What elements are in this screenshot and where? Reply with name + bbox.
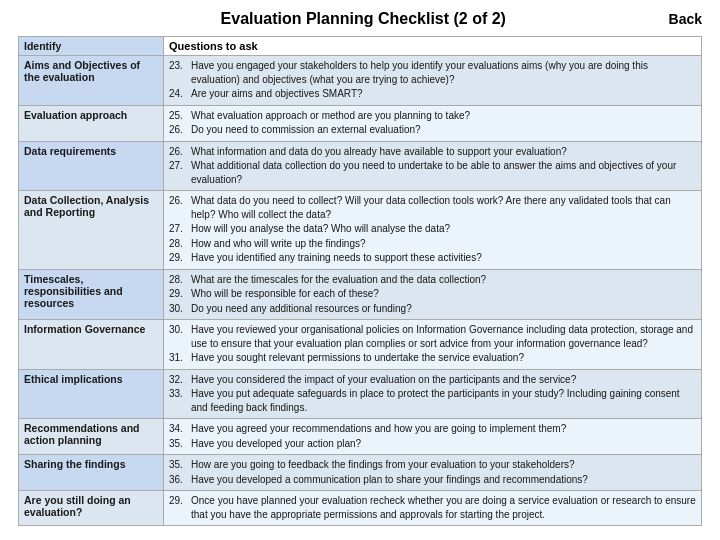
question-text: Have you developed a communication plan … xyxy=(191,473,696,487)
questions-cell: 35.How are you going to feedback the fin… xyxy=(164,455,702,491)
question-number: 28. xyxy=(169,237,191,251)
questions-cell: 28.What are the timescales for the evalu… xyxy=(164,269,702,320)
identify-cell: Timescales, responsibilities and resourc… xyxy=(19,269,164,320)
questions-cell: 26.What data do you need to collect? Wil… xyxy=(164,191,702,270)
questions-cell: 34.Have you agreed your recommendations … xyxy=(164,419,702,455)
question-line: 28.How and who will write up the finding… xyxy=(169,237,696,251)
back-button[interactable]: Back xyxy=(669,11,702,27)
question-line: 36.Have you developed a communication pl… xyxy=(169,473,696,487)
question-text: Have you identified any training needs t… xyxy=(191,251,696,265)
identify-cell: Aims and Objectives of the evaluation xyxy=(19,56,164,106)
question-number: 25. xyxy=(169,109,191,123)
question-text: Have you engaged your stakeholders to he… xyxy=(191,59,696,86)
question-text: Have you put adequate safeguards in plac… xyxy=(191,387,696,414)
questions-cell: 25.What evaluation approach or method ar… xyxy=(164,105,702,141)
question-text: What additional data collection do you n… xyxy=(191,159,696,186)
question-line: 27.What additional data collection do yo… xyxy=(169,159,696,186)
question-number: 26. xyxy=(169,123,191,137)
question-line: 35.Have you developed your action plan? xyxy=(169,437,696,451)
col-identify-header: Identify xyxy=(19,37,164,56)
question-number: 24. xyxy=(169,87,191,101)
identify-cell: Data requirements xyxy=(19,141,164,191)
question-line: 35.How are you going to feedback the fin… xyxy=(169,458,696,472)
question-number: 29. xyxy=(169,287,191,301)
question-number: 35. xyxy=(169,437,191,451)
col-questions-header: Questions to ask xyxy=(164,37,702,56)
question-text: Are your aims and objectives SMART? xyxy=(191,87,696,101)
question-number: 26. xyxy=(169,145,191,159)
question-line: 26.What information and data do you alre… xyxy=(169,145,696,159)
question-number: 23. xyxy=(169,59,191,86)
question-number: 36. xyxy=(169,473,191,487)
checklist-table: Identify Questions to ask Aims and Objec… xyxy=(18,36,702,526)
question-line: 29.Once you have planned your evaluation… xyxy=(169,494,696,521)
question-number: 32. xyxy=(169,373,191,387)
question-text: How will you analyse the data? Who will … xyxy=(191,222,696,236)
question-number: 28. xyxy=(169,273,191,287)
identify-cell: Are you still doing an evaluation? xyxy=(19,491,164,526)
question-text: Who will be responsible for each of thes… xyxy=(191,287,696,301)
question-text: Do you need to commission an external ev… xyxy=(191,123,696,137)
questions-cell: 29.Once you have planned your evaluation… xyxy=(164,491,702,526)
question-line: 30.Do you need any additional resources … xyxy=(169,302,696,316)
questions-cell: 26.What information and data do you alre… xyxy=(164,141,702,191)
question-number: 33. xyxy=(169,387,191,414)
question-line: 29.Have you identified any training need… xyxy=(169,251,696,265)
question-text: What data do you need to collect? Will y… xyxy=(191,194,696,221)
questions-cell: 23.Have you engaged your stakeholders to… xyxy=(164,56,702,106)
question-line: 24.Are your aims and objectives SMART? xyxy=(169,87,696,101)
question-line: 29.Who will be responsible for each of t… xyxy=(169,287,696,301)
question-line: 28.What are the timescales for the evalu… xyxy=(169,273,696,287)
question-number: 35. xyxy=(169,458,191,472)
questions-cell: 32.Have you considered the impact of you… xyxy=(164,369,702,419)
question-text: Have you developed your action plan? xyxy=(191,437,696,451)
question-text: Do you need any additional resources or … xyxy=(191,302,696,316)
question-text: Have you agreed your recommendations and… xyxy=(191,422,696,436)
question-text: How and who will write up the findings? xyxy=(191,237,696,251)
question-line: 27.How will you analyse the data? Who wi… xyxy=(169,222,696,236)
question-number: 30. xyxy=(169,302,191,316)
question-line: 26.Do you need to commission an external… xyxy=(169,123,696,137)
question-number: 31. xyxy=(169,351,191,365)
question-line: 26.What data do you need to collect? Wil… xyxy=(169,194,696,221)
question-number: 34. xyxy=(169,422,191,436)
question-line: 23.Have you engaged your stakeholders to… xyxy=(169,59,696,86)
identify-cell: Recommendations and action planning xyxy=(19,419,164,455)
question-number: 27. xyxy=(169,222,191,236)
identify-cell: Evaluation approach xyxy=(19,105,164,141)
question-line: 34.Have you agreed your recommendations … xyxy=(169,422,696,436)
question-text: Have you considered the impact of your e… xyxy=(191,373,696,387)
question-number: 30. xyxy=(169,323,191,350)
question-line: 33.Have you put adequate safeguards in p… xyxy=(169,387,696,414)
question-number: 26. xyxy=(169,194,191,221)
question-text: How are you going to feedback the findin… xyxy=(191,458,696,472)
identify-cell: Ethical implications xyxy=(19,369,164,419)
question-number: 27. xyxy=(169,159,191,186)
question-text: What information and data do you already… xyxy=(191,145,696,159)
question-number: 29. xyxy=(169,494,191,521)
question-text: What are the timescales for the evaluati… xyxy=(191,273,696,287)
identify-cell: Information Governance xyxy=(19,320,164,370)
page: Evaluation Planning Checklist (2 of 2) B… xyxy=(0,0,720,536)
question-line: 32.Have you considered the impact of you… xyxy=(169,373,696,387)
questions-cell: 30.Have you reviewed your organisational… xyxy=(164,320,702,370)
question-text: What evaluation approach or method are y… xyxy=(191,109,696,123)
question-text: Have you sought relevant permissions to … xyxy=(191,351,696,365)
header: Evaluation Planning Checklist (2 of 2) B… xyxy=(18,10,702,28)
question-text: Once you have planned your evaluation re… xyxy=(191,494,696,521)
identify-cell: Data Collection, Analysis and Reporting xyxy=(19,191,164,270)
question-line: 25.What evaluation approach or method ar… xyxy=(169,109,696,123)
question-number: 29. xyxy=(169,251,191,265)
identify-cell: Sharing the findings xyxy=(19,455,164,491)
question-line: 30.Have you reviewed your organisational… xyxy=(169,323,696,350)
page-title: Evaluation Planning Checklist (2 of 2) xyxy=(58,10,669,28)
question-line: 31.Have you sought relevant permissions … xyxy=(169,351,696,365)
question-text: Have you reviewed your organisational po… xyxy=(191,323,696,350)
